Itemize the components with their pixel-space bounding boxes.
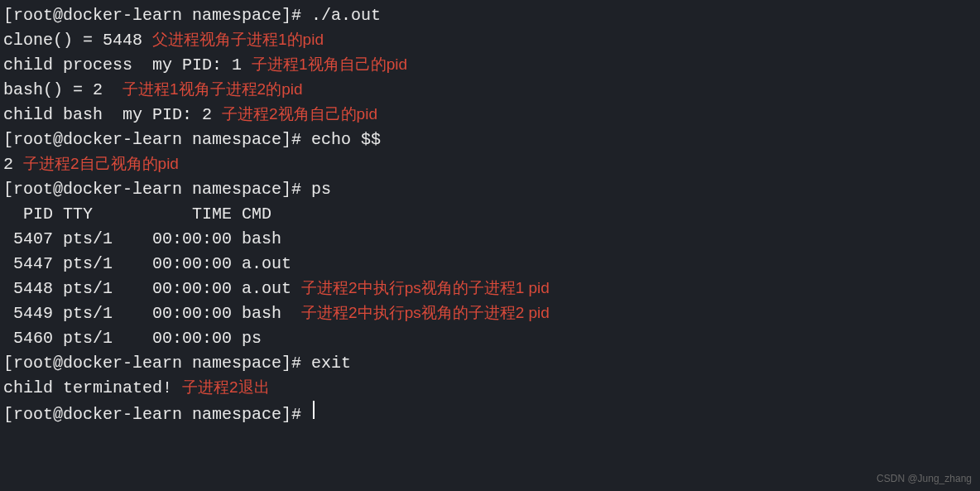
annotation: 子进程2中执行ps视角的子进程2 pid (301, 301, 550, 325)
ps-row: 5448 pts/1 00:00:00 a.out 子进程2中执行ps视角的子进… (3, 277, 977, 301)
annotation: 子进程2自己视角的pid (23, 152, 179, 176)
ps-row: 5447 pts/1 00:00:00 a.out (3, 252, 977, 277)
annotation: 父进程视角子进程1的pid (152, 28, 324, 52)
command: ./a.out (311, 3, 381, 28)
ps-row: 5460 pts/1 00:00:00 ps (3, 326, 977, 351)
terminal-line-5: child bash my PID: 2 子进程2视角自己的pid (3, 103, 977, 128)
prompt: [root@docker-learn namespace]# (3, 402, 311, 427)
output-text: clone() = 5448 (3, 28, 152, 53)
watermark: CSDN @Jung_zhang (877, 471, 972, 486)
ps-row: 5407 pts/1 00:00:00 bash (3, 227, 977, 252)
terminal-line-4: bash() = 2 子进程1视角子进程2的pid (3, 78, 977, 103)
terminal-line-1: [root@docker-learn namespace]# ./a.out (3, 3, 977, 28)
terminal-line-2: clone() = 5448 父进程视角子进程1的pid (3, 28, 977, 53)
annotation: 子进程2中执行ps视角的子进程1 pid (301, 277, 550, 301)
annotation: 子进程1视角自己的pid (252, 53, 407, 77)
annotation: 子进程1视角子进程2的pid (122, 78, 303, 102)
output-text: child bash my PID: 2 (3, 103, 222, 128)
prompt: [root@docker-learn namespace]# (3, 3, 311, 28)
terminal-line-6: [root@docker-learn namespace]# echo $$ (3, 128, 977, 152)
command: ps (311, 177, 331, 202)
terminal-line-8: [root@docker-learn namespace]# ps (3, 177, 977, 202)
terminal-line-3: child process my PID: 1 子进程1视角自己的pid (3, 53, 977, 78)
ps-row: 5449 pts/1 00:00:00 bash 子进程2中执行ps视角的子进程… (3, 301, 977, 326)
ps-header-text: PID TTY TIME CMD (3, 202, 271, 227)
output-text: bash() = 2 (3, 78, 122, 103)
terminal-line-7: 2 子进程2自己视角的pid (3, 152, 977, 177)
terminal-line-15: child terminated! 子进程2退出 (3, 376, 977, 401)
ps-row-text: 5460 pts/1 00:00:00 ps (3, 326, 262, 351)
prompt: [root@docker-learn namespace]# (3, 128, 311, 152)
ps-row-text: 5447 pts/1 00:00:00 a.out (3, 252, 291, 277)
ps-row-text: 5449 pts/1 00:00:00 bash (3, 301, 301, 326)
terminal-line-14: [root@docker-learn namespace]# exit (3, 351, 977, 376)
terminal-line-16[interactable]: [root@docker-learn namespace]# (3, 401, 977, 427)
output-text: 2 (3, 152, 23, 177)
ps-header: PID TTY TIME CMD (3, 202, 977, 227)
prompt: [root@docker-learn namespace]# (3, 177, 311, 202)
command: echo $$ (311, 128, 381, 152)
cursor-icon (313, 401, 315, 419)
ps-row-text: 5407 pts/1 00:00:00 bash (3, 227, 281, 252)
command: exit (311, 351, 351, 376)
ps-row-text: 5448 pts/1 00:00:00 a.out (3, 277, 301, 301)
annotation: 子进程2视角自己的pid (222, 103, 377, 127)
output-text: child terminated! (3, 376, 182, 401)
prompt: [root@docker-learn namespace]# (3, 351, 311, 376)
output-text: child process my PID: 1 (3, 53, 252, 78)
annotation: 子进程2退出 (182, 376, 270, 400)
